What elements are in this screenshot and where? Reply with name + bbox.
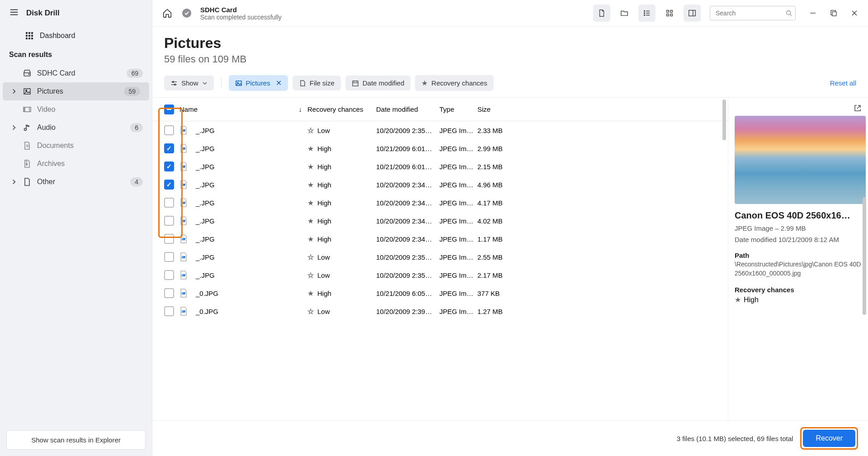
table-row[interactable]: _0.JPG★High10/21/2009 6:05…JPEG Im…377 K… — [152, 284, 728, 302]
pictures-filter-chip[interactable]: Pictures ✕ — [229, 75, 288, 91]
row-checkbox[interactable] — [164, 252, 174, 262]
recovery-label: High — [317, 235, 331, 243]
chevron-right-icon — [11, 124, 17, 131]
grid-icon — [25, 32, 33, 40]
popout-icon[interactable] — [854, 104, 862, 112]
row-checkbox[interactable] — [164, 162, 174, 171]
table-row[interactable]: _0.JPG☆Low10/20/2009 2:39…JPEG Im…1.27 M… — [152, 302, 728, 320]
table-row[interactable]: _.JPG★High10/20/2009 2:34…JPEG Im…4.17 M… — [152, 194, 728, 212]
table-row[interactable]: _.JPG☆Low10/20/2009 2:35…JPEG Im…2.17 MB — [152, 266, 728, 284]
preview-title: Canon EOS 40D 2560x16… — [735, 210, 862, 221]
filesize-filter-button[interactable]: File size — [292, 76, 341, 90]
row-checkbox[interactable] — [164, 306, 174, 316]
panel-view-icon[interactable] — [684, 5, 701, 22]
size-cell: 1.27 MB — [477, 308, 518, 315]
svg-point-69 — [182, 238, 183, 239]
star-icon: ★ — [307, 180, 314, 189]
sidebar-item-archives[interactable]: Archives — [0, 155, 152, 173]
file-name: _.JPG — [196, 235, 215, 243]
sidebar-item-sdhc-card[interactable]: SDHC Card69 — [0, 64, 152, 82]
recovery-label: High — [317, 199, 331, 207]
sidebar-item-video[interactable]: Video — [0, 100, 152, 119]
datemod-filter-button[interactable]: Date modified — [345, 76, 411, 90]
column-name[interactable]: Name↓ — [179, 105, 307, 113]
count-badge: 59 — [124, 87, 140, 96]
table-scrollbar[interactable] — [722, 100, 726, 140]
sidebar-item-label: Archives — [37, 160, 143, 168]
svg-rect-10 — [28, 38, 30, 39]
recchance-filter-button[interactable]: ★ Recovery chances — [415, 75, 493, 91]
disk-icon — [23, 69, 32, 78]
sidebar-item-audio[interactable]: Audio6 — [0, 119, 152, 137]
row-checkbox[interactable] — [164, 180, 174, 190]
home-icon[interactable] — [162, 8, 172, 18]
folder-view-icon[interactable] — [616, 5, 633, 22]
table-row[interactable]: _.JPG☆Low10/20/2009 2:35…JPEG Im…2.55 MB — [152, 248, 728, 266]
svg-point-31 — [644, 15, 645, 16]
row-checkbox[interactable] — [164, 143, 174, 153]
svg-rect-6 — [26, 35, 28, 37]
date-cell: 10/21/2009 6:05… — [376, 290, 439, 297]
row-checkbox[interactable] — [164, 288, 174, 298]
row-checkbox[interactable] — [164, 216, 174, 226]
show-filter-button[interactable]: Show — [164, 76, 214, 90]
hamburger-menu[interactable] — [9, 7, 19, 19]
type-cell: JPEG Im… — [439, 163, 477, 171]
remove-filter-icon[interactable]: ✕ — [276, 79, 282, 87]
svg-point-65 — [182, 202, 183, 203]
row-checkbox[interactable] — [164, 198, 174, 208]
reset-all-link[interactable]: Reset all — [830, 79, 856, 87]
sidebar-item-other[interactable]: Other4 — [0, 173, 152, 191]
table-row[interactable]: _.JPG★High10/20/2009 2:34…JPEG Im…4.96 M… — [152, 176, 728, 194]
date-cell: 10/20/2009 2:35… — [376, 253, 439, 261]
table-row[interactable]: _.JPG★High10/20/2009 2:34…JPEG Im…4.02 M… — [152, 212, 728, 230]
select-all-checkbox[interactable] — [164, 104, 174, 114]
table-row[interactable]: _.JPG★High10/21/2009 6:01…JPEG Im…2.15 M… — [152, 157, 728, 176]
file-name: _0.JPG — [196, 308, 218, 315]
jpeg-file-icon — [179, 216, 188, 225]
star-icon: ☆ — [307, 307, 314, 316]
date-cell: 10/20/2009 2:35… — [376, 127, 439, 134]
sidebar-item-documents[interactable]: Documents — [0, 137, 152, 155]
preview-scrollbar[interactable] — [863, 197, 866, 315]
date-cell: 10/20/2009 2:34… — [376, 199, 439, 207]
file-view-icon[interactable] — [593, 5, 610, 22]
recovery-label: Low — [317, 308, 330, 315]
table-row[interactable]: _.JPG☆Low10/20/2009 2:35…JPEG Im…2.33 MB — [152, 121, 728, 139]
close-icon[interactable] — [851, 10, 858, 17]
preview-meta1: JPEG Image – 2.99 MB — [735, 224, 862, 232]
sidebar-item-label: SDHC Card — [37, 69, 121, 77]
minimize-icon[interactable] — [809, 10, 816, 17]
column-size[interactable]: Size — [477, 105, 518, 113]
search-input[interactable] — [710, 6, 796, 20]
show-in-explorer-button[interactable]: Show scan results in Explorer — [6, 430, 146, 450]
row-checkbox[interactable] — [164, 234, 174, 244]
svg-line-40 — [790, 14, 792, 16]
maximize-icon[interactable] — [830, 10, 837, 17]
dashboard-link[interactable]: Dashboard — [0, 26, 152, 45]
row-checkbox[interactable] — [164, 125, 174, 135]
recovery-label: High — [317, 163, 331, 171]
svg-point-27 — [644, 11, 645, 12]
svg-rect-34 — [670, 10, 673, 13]
svg-rect-26 — [26, 164, 27, 165]
recovery-label: High — [317, 217, 331, 225]
sidebar-item-pictures[interactable]: Pictures59 — [3, 82, 149, 100]
row-checkbox[interactable] — [164, 270, 174, 280]
page-subtitle: 59 files on 109 MB — [164, 53, 856, 65]
type-cell: JPEG Im… — [439, 145, 477, 152]
column-type[interactable]: Type — [439, 105, 477, 113]
column-date[interactable]: Date modified — [376, 105, 439, 113]
list-view-icon[interactable] — [638, 5, 656, 22]
column-recovery[interactable]: Recovery chances — [307, 105, 376, 113]
recover-button[interactable]: Recover — [803, 430, 855, 447]
svg-point-77 — [182, 311, 183, 312]
table-row[interactable]: _.JPG★High10/21/2009 6:01…JPEG Im…2.99 M… — [152, 139, 728, 157]
jpeg-file-icon — [179, 234, 188, 243]
date-cell: 10/21/2009 6:01… — [376, 145, 439, 152]
table-row[interactable]: _.JPG★High10/20/2009 2:34…JPEG Im…1.17 M… — [152, 230, 728, 248]
jpeg-file-icon — [179, 307, 188, 316]
jpeg-file-icon — [179, 271, 188, 280]
grid-view-icon[interactable] — [661, 5, 678, 22]
star-icon: ☆ — [307, 271, 314, 280]
